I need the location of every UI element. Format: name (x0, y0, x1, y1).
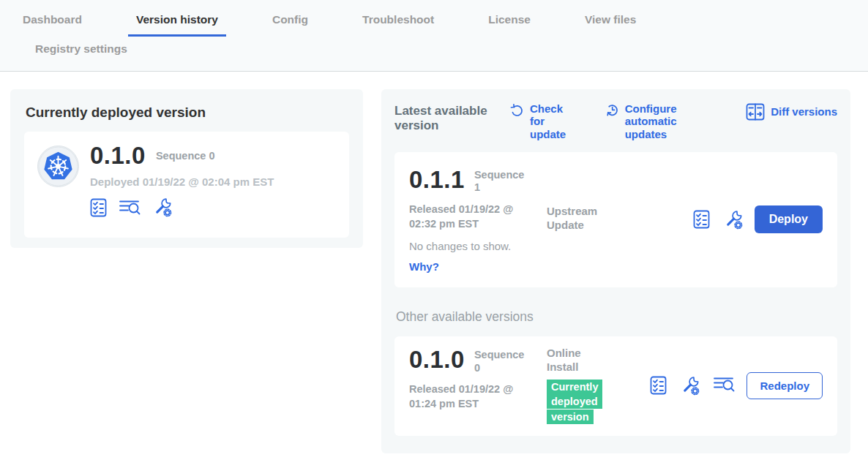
other-version-card: 0.1.0 Sequence 0 Released 01/19/22 @ 01:… (394, 336, 837, 436)
other-source-column: Online Install Currently deployed versio… (547, 347, 624, 424)
tab-view-files[interactable]: View files (577, 12, 644, 37)
latest-released-timestamp: Released 01/19/22 @ 02:32 pm EST (409, 202, 535, 232)
why-link[interactable]: Why? (409, 260, 440, 273)
edit-config-icon[interactable] (680, 376, 700, 396)
currently-deployed-badge: Currently deployed version (547, 380, 607, 425)
latest-available-title: Latest available version (394, 104, 497, 134)
edit-config-icon[interactable] (152, 197, 172, 217)
other-released-timestamp: Released 01/19/22 @ 01:24 pm EST (409, 382, 535, 412)
preflight-checks-icon[interactable] (90, 198, 107, 217)
version-actions: Check for update Configure automatic upd… (510, 102, 837, 140)
main-content: Currently deployed version 0.1.0 Sequenc… (0, 72, 868, 453)
latest-version-number: 0.1.1 (409, 167, 465, 193)
preflight-checks-icon[interactable] (650, 376, 667, 396)
deploy-button[interactable]: Deploy (755, 205, 823, 233)
redeploy-button[interactable]: Redeploy (747, 372, 823, 399)
available-versions-panel: Latest available version Check for updat… (381, 89, 850, 453)
edit-config-icon[interactable] (723, 210, 743, 230)
other-versions-heading: Other available versions (396, 309, 837, 325)
tab-config[interactable]: Config (264, 12, 316, 37)
tab-dashboard[interactable]: Dashboard (15, 12, 90, 37)
tab-license[interactable]: License (480, 12, 539, 37)
deployed-version-card: 0.1.0 Sequence 0 Deployed 01/19/22 @ 02:… (24, 132, 349, 238)
other-version-number: 0.1.0 (409, 347, 465, 373)
deployed-version-number: 0.1.0 (90, 143, 146, 169)
latest-source-label: Upstream Update (547, 205, 624, 233)
tab-version-history[interactable]: Version history (128, 12, 226, 37)
other-sequence-label: Sequence 0 (474, 349, 527, 374)
other-version-info: 0.1.0 Sequence 0 Released 01/19/22 @ 01:… (409, 347, 547, 411)
kubernetes-logo-icon (37, 146, 79, 187)
currently-deployed-title: Currently deployed version (26, 105, 349, 121)
configure-automatic-updates-link[interactable]: Configure automatic updates (605, 102, 708, 140)
other-version-actions (650, 376, 735, 396)
deploy-logs-icon[interactable] (119, 199, 141, 216)
preflight-checks-icon[interactable] (693, 210, 710, 230)
auto-update-clock-icon (605, 102, 619, 117)
deploy-logs-icon[interactable] (713, 376, 735, 396)
tab-registry-settings[interactable]: Registry settings (27, 41, 135, 66)
currently-deployed-panel: Currently deployed version 0.1.0 Sequenc… (10, 89, 363, 248)
diff-versions-link[interactable]: Diff versions (746, 102, 837, 121)
top-navigation: Dashboard Version history Config Trouble… (0, 0, 868, 72)
refresh-icon (510, 102, 524, 117)
no-changes-text: No changes to show. (409, 240, 547, 252)
diff-icon (746, 102, 765, 121)
nav-row-1: Dashboard Version history Config Trouble… (15, 12, 868, 37)
check-for-update-link[interactable]: Check for update (510, 102, 567, 140)
tab-troubleshoot[interactable]: Troubleshoot (354, 12, 442, 37)
deployed-sequence-label: Sequence 0 (156, 150, 215, 162)
latest-version-actions (693, 210, 743, 230)
latest-sequence-label: Sequence 1 (474, 169, 527, 195)
available-versions-header: Latest available version Check for updat… (394, 102, 837, 140)
latest-version-info: 0.1.1 Sequence 1 Released 01/19/22 @ 02:… (409, 167, 547, 273)
latest-version-card: 0.1.1 Sequence 1 Released 01/19/22 @ 02:… (394, 152, 837, 287)
deployed-timestamp: Deployed 01/19/22 @ 02:04 pm EST (90, 176, 274, 188)
deployed-version-info: 0.1.0 Sequence 0 Deployed 01/19/22 @ 02:… (90, 143, 274, 227)
nav-row-2: Registry settings (27, 41, 868, 66)
other-source-label: Online Install (547, 347, 602, 374)
